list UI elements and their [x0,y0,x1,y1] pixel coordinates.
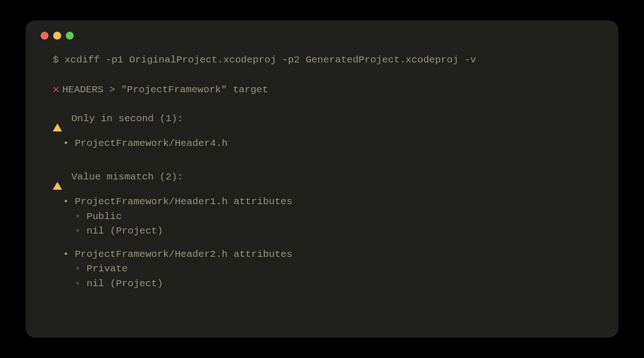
list-sub-item: ◦ Private [63,262,600,276]
value-mismatch-header: Value mismatch (2): [53,170,600,185]
list-sub-item: ◦ nil (Project) [63,224,600,239]
only-in-second-list: • ProjectFramework/Header4.h [63,136,600,151]
warning-icon [53,169,62,184]
value-mismatch-list: • ProjectFramework/Header1.h attributes … [63,194,600,291]
mismatch-group: • ProjectFramework/Header1.h attributes … [63,194,600,239]
command-line: $ xcdiff -p1 OriginalProject.xcodeproj -… [53,53,600,68]
list-item: • ProjectFramework/Header2.h attributes [63,247,600,262]
list-sub-item: ◦ Public [63,209,600,224]
list-item: • ProjectFramework/Header1.h attributes [63,194,600,209]
only-in-second-header: Only in second (1): [53,111,600,126]
mismatch-group: • ProjectFramework/Header2.h attributes … [63,247,600,291]
only-in-second-title: Only in second (1): [71,111,183,126]
maximize-icon[interactable] [66,32,74,40]
traffic-lights [41,32,600,40]
warning-icon [53,111,62,126]
close-icon[interactable] [41,32,49,40]
list-sub-item: ◦ nil (Project) [63,276,600,291]
headers-target-title: HEADERS > "ProjectFramework" target [62,83,268,97]
list-item: • ProjectFramework/Header4.h [63,136,600,151]
error-section-header: ✕ HEADERS > "ProjectFramework" target [53,82,600,98]
terminal-window: $ xcdiff -p1 OriginalProject.xcodeproj -… [26,21,618,337]
value-mismatch-title: Value mismatch (2): [71,170,183,185]
minimize-icon[interactable] [53,32,61,40]
cross-icon: ✕ [53,82,59,98]
terminal-content: $ xcdiff -p1 OriginalProject.xcodeproj -… [44,53,600,291]
